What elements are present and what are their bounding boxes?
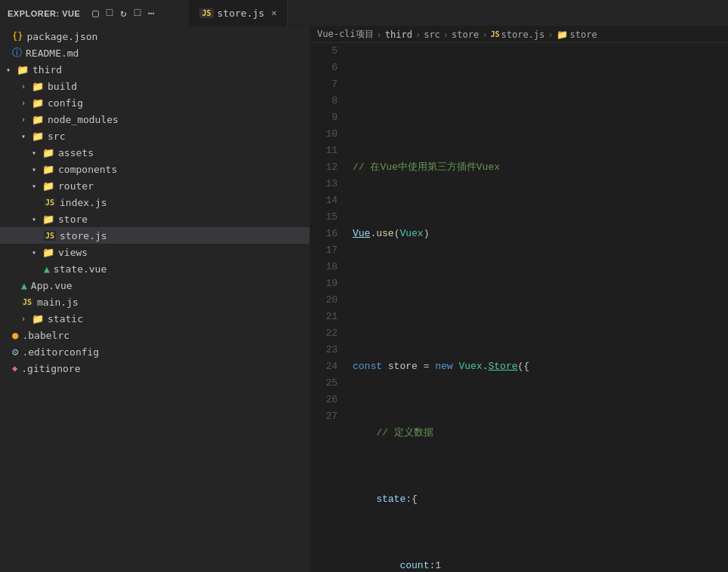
babel-icon: ● (12, 329, 18, 341)
editor-icon: ⚙ (12, 346, 18, 358)
list-item[interactable]: ▾ 📁 components (0, 161, 310, 177)
line-numbers: 5 6 7 8 9 10 11 12 13 14 15 16 17 18 19 … (310, 43, 344, 572)
chevron-down-icon: ▾ (32, 182, 41, 190)
code-editor[interactable]: 5 6 7 8 9 10 11 12 13 14 15 16 17 18 19 … (310, 43, 728, 572)
folder-icon: 📁 (42, 147, 54, 158)
new-folder-icon[interactable]: □ (106, 7, 113, 20)
json-icon: {} (12, 31, 23, 42)
tab-store-js[interactable]: JS store.js ✕ (189, 0, 288, 26)
sidebar: {} package.json ⓘ README.md ▾ 📁 third › … (0, 26, 310, 572)
folder-icon: 📁 (32, 81, 44, 92)
folder-icon: 📁 (17, 64, 29, 75)
chevron-down-icon: ▾ (32, 149, 41, 157)
code-line: Vue.use(Vuex) (353, 226, 728, 242)
folder-icon: 📁 (42, 164, 54, 175)
tab-filename: store.js (217, 8, 265, 19)
chevron-down-icon: ▾ (21, 132, 30, 140)
list-item[interactable]: ▲ App.vue (0, 277, 310, 294)
list-item[interactable]: ● .babelrc (0, 327, 310, 343)
list-item[interactable]: JS store.js (0, 227, 310, 244)
folder-icon: 📁 (42, 214, 54, 225)
chevron-right-icon: › (21, 315, 30, 323)
list-item[interactable]: ▾ 📁 store (0, 211, 310, 227)
tab-close-icon[interactable]: ✕ (271, 8, 276, 18)
folder-icon: 📁 (32, 131, 44, 142)
list-item[interactable]: › 📁 config (0, 94, 310, 111)
list-item[interactable]: {} package.json (0, 28, 310, 45)
editor-area: Vue-cli项目 › third › src › store › JS sto… (310, 26, 728, 572)
top-bar-icons: ▢ □ ↻ □ ⋯ (88, 7, 159, 20)
list-item[interactable]: ▲ state.vue (0, 260, 310, 277)
list-item[interactable]: JS index.js (0, 194, 310, 211)
js-file-icon: JS (44, 231, 56, 241)
list-item[interactable]: ▾ 📁 router (0, 177, 310, 194)
code-line: state:{ (353, 491, 728, 508)
list-item[interactable]: ▾ 📁 third (0, 61, 310, 78)
chevron-right-icon: › (21, 82, 30, 91)
collapse-icon[interactable]: □ (134, 7, 140, 20)
refresh-icon[interactable]: ↻ (120, 7, 126, 20)
js-file-icon: JS (44, 198, 56, 208)
list-item[interactable]: ▾ 📁 views (0, 244, 310, 260)
js-file-icon: JS (21, 297, 33, 307)
chevron-right-icon: › (21, 115, 30, 124)
code-line: // 定义数据 (353, 425, 728, 441)
vue-file-icon: ▲ (44, 263, 50, 275)
list-item[interactable]: › 📁 build (0, 78, 310, 94)
new-file-icon[interactable]: ▢ (92, 7, 98, 20)
code-line: const store = new Vuex.Store({ (353, 358, 728, 375)
folder-icon: 📁 (32, 97, 44, 109)
code-content[interactable]: // 在Vue中使用第三方插件Vuex Vue.use(Vuex) const … (344, 43, 728, 572)
code-line (353, 93, 728, 109)
tab-js-icon: JS (199, 8, 213, 18)
explorer-title: EXPLORER: VUE (0, 9, 88, 18)
folder-icon: 📁 (42, 247, 54, 258)
list-item[interactable]: ⚙ .editorconfig (0, 343, 310, 360)
folder-icon: 📁 (32, 114, 44, 125)
list-item[interactable]: ◆ .gitignore (0, 360, 310, 377)
chevron-down-icon: ▾ (32, 248, 41, 257)
folder-icon: 📁 (32, 313, 44, 324)
code-line: // 在Vue中使用第三方插件Vuex (353, 159, 728, 176)
chevron-down-icon: ▾ (6, 66, 15, 74)
chevron-down-icon: ▾ (32, 165, 41, 174)
breadcrumb: Vue-cli项目 › third › src › store › JS sto… (310, 26, 728, 43)
chevron-down-icon: ▾ (32, 215, 41, 223)
vue-file-icon: ▲ (21, 280, 27, 291)
list-item[interactable]: ⓘ README.md (0, 45, 310, 61)
code-line (353, 292, 728, 309)
info-icon: ⓘ (12, 46, 22, 60)
list-item[interactable]: › 📁 node_modules (0, 111, 310, 128)
list-item[interactable]: JS main.js (0, 294, 310, 310)
chevron-right-icon: › (21, 99, 30, 107)
list-item[interactable]: ▾ 📁 src (0, 128, 310, 144)
folder-icon: 📁 (42, 180, 54, 192)
list-item[interactable]: › 📁 static (0, 310, 310, 327)
more-icon[interactable]: ⋯ (148, 7, 154, 20)
git-icon: ◆ (12, 363, 17, 374)
code-line: count:1 (353, 558, 728, 572)
list-item[interactable]: ▾ 📁 assets (0, 144, 310, 161)
